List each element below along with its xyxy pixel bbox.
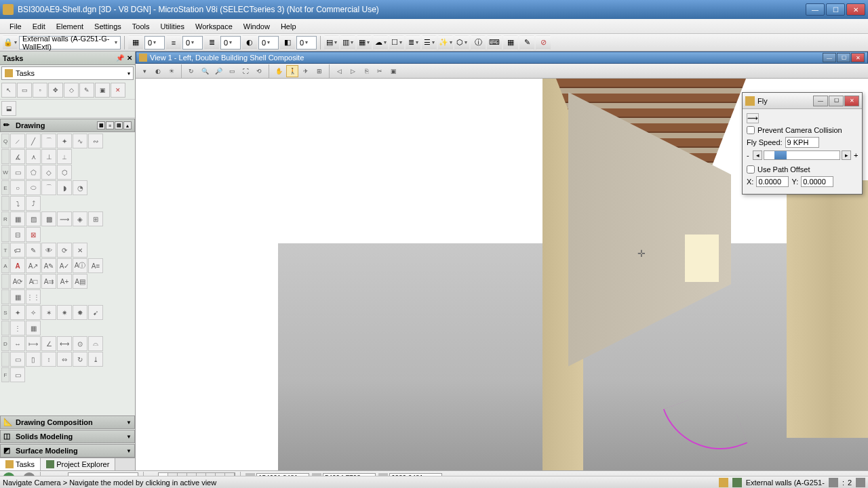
dimension-ordinate-icon[interactable]: ⟷ [57,336,72,351]
prevent-collision-checkbox[interactable] [747,126,755,134]
tag-edit-icon[interactable]: ✎ [26,243,41,258]
dim-match-icon[interactable]: ⇔ [57,352,72,367]
explorer-button[interactable]: ▦ [503,35,518,50]
clip-volume-icon[interactable]: ✂ [374,65,386,77]
menu-edit[interactable]: Edit [27,21,51,32]
fly-speed-input[interactable] [785,137,819,148]
dimension-element-icon[interactable]: ↔ [10,336,25,351]
place-stream-icon[interactable]: ∾ [88,134,103,148]
text-grid-icon[interactable]: ⋮⋮ [26,289,41,304]
tag-delete-icon[interactable]: ✕ [73,243,87,258]
define-cell-icon[interactable]: ✶ [41,305,56,320]
copy-inc-text-icon[interactable]: A+ [57,274,72,289]
fly-close-button[interactable]: ✕ [844,96,859,106]
place-text-node-icon[interactable]: A□ [26,274,41,289]
construct-line-aa-icon[interactable]: ⟂ [57,149,72,164]
info-button[interactable]: ⓘ [471,35,486,50]
menu-settings[interactable]: Settings [89,21,127,32]
key-in-button[interactable]: ⌨ [487,35,502,50]
place-ellipse-icon[interactable]: ⬭ [26,180,41,195]
pattern-area-icon[interactable]: ▦ [10,211,25,226]
linestyle-button[interactable]: ≡ [166,35,181,50]
delete-pattern-icon[interactable]: ⊟ [10,227,25,242]
linestyle-spin[interactable]: 0▾ [182,36,203,49]
element-info-button[interactable]: ✨▾ [438,35,453,50]
color-spin[interactable]: 0▾ [144,36,165,49]
drop-tool-icon[interactable]: ▣ [95,83,110,98]
navigate-view-icon[interactable]: ⊞ [313,65,326,77]
dim-change-icon[interactable]: ↕ [41,352,56,367]
offset-y-input[interactable] [801,176,833,187]
slider-left-button[interactable]: ◂ [753,150,762,160]
snap-mode-icon[interactable] [719,478,728,487]
slider-right-button[interactable]: ▸ [842,150,851,160]
match-pattern-icon[interactable]: ⊞ [88,211,103,226]
place-orthogonal-icon[interactable]: ◇ [41,165,56,180]
menu-tools[interactable]: Tools [127,21,155,32]
fly-dialog-titlebar[interactable]: Fly — ☐ ✕ [743,93,862,109]
view-canvas[interactable]: ✛ Fly — ☐ ✕ ⟿ Prevent [136,79,868,470]
dgn-file-icon[interactable] [856,478,865,487]
status-level[interactable]: External walls (A-G251- [746,479,825,487]
adjust-brightness-icon[interactable]: ☀ [165,65,178,77]
references-button[interactable]: ▥▾ [340,35,355,50]
place-active-cell-icon[interactable]: ✧ [26,305,41,320]
close-button[interactable]: ✕ [846,3,865,16]
place-active-point-icon[interactable]: ⋮ [10,321,25,336]
modify-arc-axis-icon[interactable]: ⤴ [26,196,41,211]
locks-icon[interactable] [732,478,742,487]
place-fence-block-icon[interactable]: ▭ [10,367,25,382]
weight-spin[interactable]: 0▾ [220,36,241,49]
drawing-section-header[interactable]: ✏ Drawing ▦ ≡ ▤ ▲ [0,119,135,132]
color-button[interactable]: ▦ [128,35,143,50]
saved-views-button[interactable]: ☐▾ [389,35,404,50]
place-note-icon[interactable]: A↗ [26,258,41,273]
walk-icon[interactable]: 🚶 [286,65,298,77]
view-close-button[interactable]: ✕ [851,53,865,62]
rotate-view-icon[interactable]: ⟲ [253,65,265,77]
zoom-out-icon[interactable]: 🔎 [212,65,224,77]
menu-workspace[interactable]: Workspace [190,21,238,32]
place-arc2-icon[interactable]: ⌒ [41,180,56,195]
text-table-icon[interactable]: ▦ [10,289,25,304]
fly-icon[interactable]: ✈ [300,65,312,77]
place-block-icon[interactable]: ▭ [10,165,25,180]
menu-help[interactable]: Help [275,21,302,32]
slider-thumb[interactable] [774,151,787,159]
tag-review-icon[interactable]: 👁 [41,243,56,258]
menu-file[interactable]: File [4,21,27,32]
pointclouds-button[interactable]: ☁▾ [373,35,388,50]
manipulate-tool-icon[interactable]: ✥ [48,83,63,98]
display-text-attr-icon[interactable]: Aⓘ [73,258,87,273]
construct-angle-icon[interactable]: ∡ [10,149,25,164]
level-display-button[interactable]: ☰▾ [422,35,437,50]
pattern-linear-icon[interactable]: ⟿ [57,211,72,226]
selection-tool-icon[interactable]: ↖ [1,83,16,98]
display-style-icon[interactable]: ◐ [152,65,164,77]
edit-text-icon[interactable]: A✎ [41,258,56,273]
fly-dock-button[interactable]: ☐ [829,96,844,106]
place-text-icon[interactable]: A [10,258,25,273]
fly-minimize-button[interactable]: — [813,96,828,106]
update-view-icon[interactable]: ↻ [185,65,197,77]
layout-collapse-icon[interactable]: ▲ [123,121,132,129]
stop-button[interactable]: ⊘ [536,35,551,50]
tab-project-explorer[interactable]: Project Explorer [41,458,115,470]
panel-close-icon[interactable]: ✕ [127,54,132,62]
delete-tool-icon[interactable]: ✕ [111,83,125,98]
dimension-radial-icon[interactable]: ⊙ [73,336,87,351]
cell-selector-icon[interactable]: ➹ [88,305,103,320]
construct-bisector-icon[interactable]: ⋏ [26,149,41,164]
view-next-icon[interactable]: ▷ [347,65,359,77]
cells-button[interactable]: ⬡▾ [454,35,469,50]
place-shape-icon[interactable]: ⬠ [26,165,41,180]
toolbox-expand-icon[interactable]: ⬓ [1,101,16,116]
levels-button[interactable]: ≣▾ [406,35,420,50]
raster-button[interactable]: ▦▾ [357,35,372,50]
place-circle-icon[interactable]: ○ [10,180,25,195]
view-attributes-icon[interactable]: ▾ [138,65,151,77]
dim-reassoc-icon[interactable]: ↻ [73,352,87,367]
class-button[interactable]: ◐ [242,35,257,50]
crosshatch-icon[interactable]: ▩ [41,211,56,226]
place-smartline-icon[interactable]: ⟋ [10,134,25,148]
